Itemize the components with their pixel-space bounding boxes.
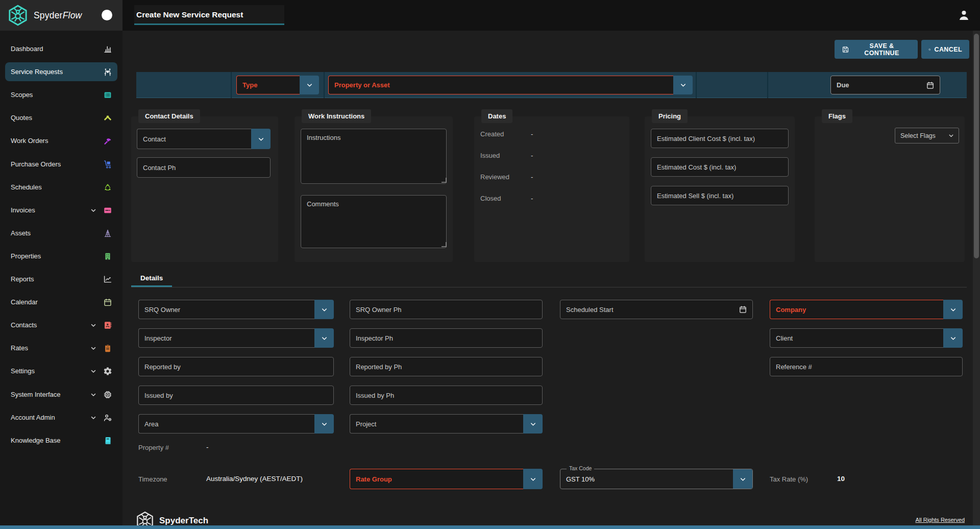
- rate-group-select[interactable]: [350, 469, 543, 489]
- issued-by-input[interactable]: [138, 386, 334, 405]
- sidebar-item-invoices[interactable]: Invoices: [5, 201, 117, 220]
- inspector-select[interactable]: [138, 328, 334, 348]
- page-title-box[interactable]: Create New Service Request: [134, 5, 284, 24]
- tax-code-chevron-button[interactable]: [733, 469, 752, 489]
- estimated-cost-field[interactable]: [651, 157, 789, 177]
- property-or-asset-select[interactable]: [328, 76, 693, 94]
- area-select[interactable]: [138, 414, 334, 434]
- company-input[interactable]: [770, 300, 943, 319]
- select-flags-label: Select Flags: [900, 132, 936, 139]
- scheduled-start-field[interactable]: [560, 300, 753, 319]
- reported-by-field[interactable]: [138, 357, 334, 376]
- reported-by-ph-field[interactable]: [350, 357, 543, 376]
- due-date-input[interactable]: [830, 76, 940, 94]
- issued-by-ph-field[interactable]: [350, 386, 543, 405]
- inspector-ph-input[interactable]: [350, 328, 543, 348]
- area-input[interactable]: [138, 414, 314, 434]
- chevron-down-icon: [90, 368, 97, 375]
- srq-owner-chevron-button[interactable]: [314, 300, 334, 319]
- sidebar-item-reports[interactable]: Reports: [5, 270, 117, 288]
- company-chevron-button[interactable]: [943, 300, 963, 319]
- contact-ph-input[interactable]: [137, 157, 271, 178]
- scheduled-start-input[interactable]: [560, 300, 753, 319]
- sidebar-item-purchase-orders[interactable]: Purchase Orders: [5, 155, 117, 174]
- sidebar-item-contacts[interactable]: Contacts: [5, 316, 117, 334]
- sidebar-item-knowledge-base[interactable]: Knowledge Base: [5, 431, 117, 450]
- sidebar-item-account-admin[interactable]: Account Admin: [5, 408, 117, 427]
- cancel-button[interactable]: CANCEL: [921, 40, 969, 59]
- sidebar-item-work-orders[interactable]: Work Orders: [5, 131, 117, 150]
- sidebar-item-system-interface[interactable]: System Interface: [5, 385, 117, 404]
- estimated-cost-input[interactable]: [651, 157, 789, 177]
- project-input[interactable]: [350, 414, 523, 434]
- sidebar-item-rates[interactable]: Rates: [5, 339, 117, 357]
- sidebar-item-dashboard[interactable]: Dashboard: [5, 39, 117, 58]
- sidebar-item-calendar[interactable]: Calendar: [5, 293, 117, 311]
- instructions-textarea[interactable]: [301, 129, 447, 184]
- chip-icon: [103, 390, 112, 399]
- srq-owner-ph-input[interactable]: [350, 300, 543, 319]
- srq-owner-select[interactable]: [138, 300, 334, 319]
- sidebar-item-quotes[interactable]: Quotes: [5, 108, 117, 127]
- tax-code-value: GST 10%: [560, 469, 733, 489]
- estimated-client-cost-field[interactable]: [651, 129, 789, 148]
- sidebar-collapse-toggle[interactable]: [102, 10, 112, 20]
- timezone-label: Timezone: [138, 475, 167, 483]
- horizontal-scrollbar[interactable]: [0, 525, 980, 529]
- rate-group-input[interactable]: [350, 469, 523, 489]
- address-book-icon: [103, 321, 112, 330]
- reported-by-ph-input[interactable]: [350, 357, 543, 376]
- reported-by-input[interactable]: [138, 357, 334, 376]
- estimated-sell-field[interactable]: [651, 186, 789, 205]
- account-icon[interactable]: [957, 8, 971, 22]
- select-flags-dropdown[interactable]: Select Flags: [895, 128, 959, 143]
- project-chevron-button[interactable]: [523, 414, 543, 434]
- sidebar-item-service-requests[interactable]: Service Requests: [5, 62, 117, 81]
- reference-input[interactable]: [770, 357, 963, 376]
- footer-rights: All Rights Reserved: [915, 517, 965, 523]
- client-input[interactable]: [770, 328, 943, 348]
- rate-group-chevron-button[interactable]: [523, 469, 543, 489]
- dolly-icon: [103, 160, 112, 169]
- contact-chevron-button[interactable]: [251, 129, 271, 149]
- inspector-input[interactable]: [138, 328, 314, 348]
- tax-code-select[interactable]: Tax Code GST 10%: [560, 469, 753, 489]
- sidebar-item-properties[interactable]: Properties: [5, 247, 117, 266]
- due-date-field[interactable]: [830, 76, 940, 94]
- vertical-scrollbar-thumb[interactable]: [974, 34, 979, 258]
- estimated-sell-input[interactable]: [651, 186, 789, 205]
- comments-textarea[interactable]: [301, 195, 447, 248]
- sidebar-item-assets[interactable]: Assets: [5, 224, 117, 243]
- property-or-asset-chevron-button[interactable]: [673, 76, 693, 94]
- property-or-asset-input[interactable]: [328, 76, 673, 94]
- estimated-client-cost-input[interactable]: [651, 129, 789, 148]
- sidebar-item-label: Rates: [11, 344, 90, 352]
- contact-select[interactable]: [137, 129, 271, 149]
- sidebar-item-scopes[interactable]: Scopes: [5, 85, 117, 104]
- srq-owner-input[interactable]: [138, 300, 314, 319]
- area-chevron-button[interactable]: [314, 414, 334, 434]
- company-select[interactable]: [770, 300, 963, 319]
- issued-by-ph-input[interactable]: [350, 386, 543, 405]
- type-chevron-button[interactable]: [300, 76, 319, 94]
- reference-field[interactable]: [770, 357, 963, 376]
- client-chevron-button[interactable]: [943, 328, 963, 348]
- type-input[interactable]: [236, 76, 300, 94]
- client-select[interactable]: [770, 328, 963, 348]
- inspector-ph-field[interactable]: [350, 328, 543, 348]
- srq-owner-ph-field[interactable]: [350, 300, 543, 319]
- project-select[interactable]: [350, 414, 543, 434]
- cancel-icon: [928, 45, 931, 54]
- vertical-scrollbar[interactable]: [973, 31, 980, 525]
- inspector-chevron-button[interactable]: [314, 328, 334, 348]
- tab-details[interactable]: Details: [140, 274, 163, 282]
- type-select[interactable]: [236, 76, 319, 94]
- issued-by-field[interactable]: [138, 386, 334, 405]
- sidebar-item-settings[interactable]: Settings: [5, 362, 117, 380]
- sidebar-item-schedules[interactable]: Schedules: [5, 178, 117, 197]
- save-continue-button[interactable]: SAVE & CONTINUE: [835, 40, 918, 59]
- contact-ph-field[interactable]: [137, 157, 271, 178]
- sidebar-item-label: Settings: [11, 367, 90, 375]
- chevron-down-icon: [739, 475, 747, 483]
- contact-input[interactable]: [137, 129, 251, 149]
